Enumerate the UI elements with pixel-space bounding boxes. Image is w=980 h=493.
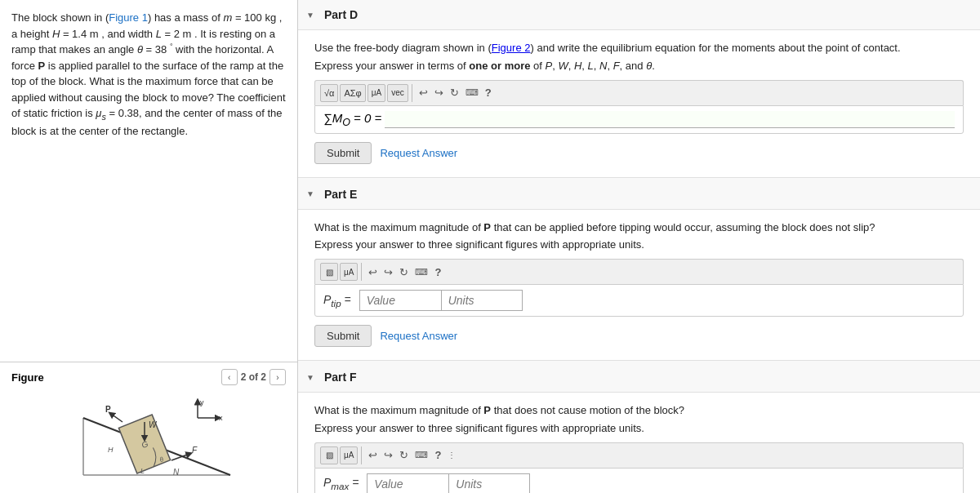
toolbar-f-grid-btn[interactable]: ▧ <box>320 446 338 464</box>
svg-text:N: N <box>173 468 180 477</box>
toolbar-e-redo-btn[interactable]: ↪ <box>381 264 395 280</box>
part-e-eq-label: Ptip = <box>323 293 354 309</box>
part-d-request-answer-link[interactable]: Request Answer <box>380 147 457 159</box>
part-d-question: Use the free-body diagram shown in (Figu… <box>314 40 964 56</box>
svg-text:H: H <box>108 446 114 454</box>
toolbar-group-1: √α ΑΣφ μA vec <box>320 84 412 102</box>
part-e-body: What is the maximum magnitude of P that … <box>298 210 980 361</box>
toolbar-e-keyboard-btn[interactable]: ⌨ <box>412 265 430 279</box>
figure2-link-d[interactable]: Figure 2 <box>492 42 531 54</box>
left-panel: The block shown in (Figure 1) has a mass… <box>0 0 298 493</box>
part-d-answer-input[interactable] <box>385 111 955 128</box>
svg-text:W: W <box>149 420 158 429</box>
part-e-units-input[interactable] <box>441 290 523 311</box>
toolbar-e-group-1: ▧ μA <box>320 263 362 281</box>
svg-line-14 <box>172 454 189 460</box>
part-d-math-label: ∑MO = 0 = <box>323 111 385 128</box>
part-f-units-input[interactable] <box>448 473 530 494</box>
part-f-instruction: Express your answer to three significant… <box>314 422 964 434</box>
svg-text:P: P <box>105 405 111 414</box>
toolbar-f-refresh-btn[interactable]: ↻ <box>397 447 411 463</box>
toolbar-keyboard-btn[interactable]: ⌨ <box>463 86 481 100</box>
svg-text:F: F <box>192 446 198 455</box>
toolbar-group-2: ↩ ↪ ↻ ⌨ ? <box>416 85 497 100</box>
part-e-answer-box: Ptip = <box>314 284 964 317</box>
part-e-request-answer-link[interactable]: Request Answer <box>380 330 457 342</box>
toolbar-f-redo-btn[interactable]: ↪ <box>381 447 395 463</box>
toolbar-f-group-2: ↩ ↪ ↻ ⌨ ? ⋮ <box>366 447 461 463</box>
toolbar-e-group-2: ↩ ↪ ↻ ⌨ ? <box>366 264 447 280</box>
part-d-section: ▼ Part D Use the free-body diagram shown… <box>298 0 980 178</box>
toolbar-e-undo-btn[interactable]: ↩ <box>366 264 380 280</box>
part-d-body: Use the free-body diagram shown in (Figu… <box>298 30 980 177</box>
part-f-toolbar: ▧ μA ↩ ↪ ↻ ⌨ ? ⋮ <box>314 442 964 468</box>
svg-text:y: y <box>200 398 204 406</box>
figure-next-button[interactable]: › <box>270 369 286 385</box>
part-e-answer-row: Ptip = <box>315 285 963 316</box>
figure-section: Figure ‹ 2 of 2 › G <box>0 362 297 493</box>
toolbar-help-btn[interactable]: ? <box>483 85 494 100</box>
part-f-eq-label: Pmax = <box>323 476 362 491</box>
part-d-answer-row: ∑MO = 0 = <box>315 106 963 133</box>
part-d-answer-box: ∑MO = 0 = <box>314 105 964 134</box>
part-f-value-input[interactable] <box>367 473 448 494</box>
figure-label-row: Figure ‹ 2 of 2 › <box>11 369 286 385</box>
part-e-title: Part E <box>324 188 357 201</box>
part-e-question: What is the maximum magnitude of P that … <box>314 220 964 236</box>
toolbar-e-refresh-btn[interactable]: ↻ <box>397 264 411 280</box>
toolbar-undo-btn[interactable]: ↩ <box>416 85 430 100</box>
part-f-collapse-icon: ▼ <box>306 373 318 382</box>
toolbar-f-undo-btn[interactable]: ↩ <box>366 447 380 463</box>
toolbar-e-grid-btn[interactable]: ▧ <box>320 263 338 281</box>
part-f-body: What is the maximum magnitude of P that … <box>298 393 980 493</box>
toolbar-vec-btn[interactable]: vec <box>387 84 408 102</box>
part-d-header[interactable]: ▼ Part D <box>298 0 980 30</box>
figure-nav: ‹ 2 of 2 › <box>221 369 286 385</box>
toolbar-f-group-1: ▧ μA <box>320 446 362 464</box>
toolbar-f-mu-btn[interactable]: μA <box>340 446 358 464</box>
part-f-answer-row: Pmax = <box>315 469 963 494</box>
problem-text: The block shown in (Figure 1) has a mass… <box>0 0 297 362</box>
diagram-svg: G θ W y x P F <box>59 393 238 483</box>
part-e-submit-button[interactable]: Submit <box>314 325 372 347</box>
part-e-value-input[interactable] <box>359 290 441 311</box>
part-e-section: ▼ Part E What is the maximum magnitude o… <box>298 180 980 362</box>
toolbar-f-extra-btn[interactable]: ⋮ <box>445 449 458 461</box>
toolbar-e-help-btn[interactable]: ? <box>432 264 443 280</box>
part-f-question: What is the maximum magnitude of P that … <box>314 402 964 419</box>
part-d-toolbar: √α ΑΣφ μA vec ↩ ↪ ↻ ⌨ ? <box>314 80 964 105</box>
part-f-title: Part F <box>324 371 357 384</box>
toolbar-sigma-btn[interactable]: ΑΣφ <box>340 84 365 102</box>
right-panel: ▼ Part D Use the free-body diagram shown… <box>298 0 980 493</box>
part-d-action-row: Submit Request Answer <box>314 142 964 164</box>
toolbar-f-help-btn[interactable]: ? <box>432 447 443 463</box>
toolbar-e-mu-btn[interactable]: μA <box>340 263 358 281</box>
part-e-instruction: Express your answer to three significant… <box>314 238 964 251</box>
figure-prev-button[interactable]: ‹ <box>221 369 238 385</box>
toolbar-mu-btn[interactable]: μA <box>368 84 385 102</box>
part-e-header[interactable]: ▼ Part E <box>298 180 980 210</box>
part-f-header[interactable]: ▼ Part F <box>298 362 980 393</box>
figure-label-text: Figure <box>11 371 44 384</box>
toolbar-redo-btn[interactable]: ↪ <box>432 85 446 100</box>
part-d-collapse-icon: ▼ <box>306 11 318 20</box>
figure1-link[interactable]: Figure 1 <box>109 11 148 24</box>
figure-diagram: G θ W y x P F <box>11 389 286 490</box>
toolbar-refresh-btn[interactable]: ↻ <box>448 85 461 100</box>
toolbar-f-keyboard-btn[interactable]: ⌨ <box>412 448 430 462</box>
svg-line-12 <box>111 414 122 422</box>
part-d-submit-button[interactable]: Submit <box>314 142 372 164</box>
part-f-answer-box: Pmax = <box>314 468 964 494</box>
part-f-section: ▼ Part F What is the maximum magnitude o… <box>298 362 980 493</box>
part-d-title: Part D <box>324 8 358 21</box>
toolbar-sqrt-btn[interactable]: √α <box>320 84 338 102</box>
part-e-collapse-icon: ▼ <box>306 189 318 198</box>
svg-text:L: L <box>140 467 145 475</box>
part-d-instruction: Express your answer in terms of one or m… <box>314 60 964 72</box>
part-e-toolbar: ▧ μA ↩ ↪ ↻ ⌨ ? <box>314 259 964 284</box>
svg-text:x: x <box>219 414 223 422</box>
part-e-action-row: Submit Request Answer <box>314 325 964 347</box>
figure-page-text: 2 of 2 <box>241 371 266 383</box>
